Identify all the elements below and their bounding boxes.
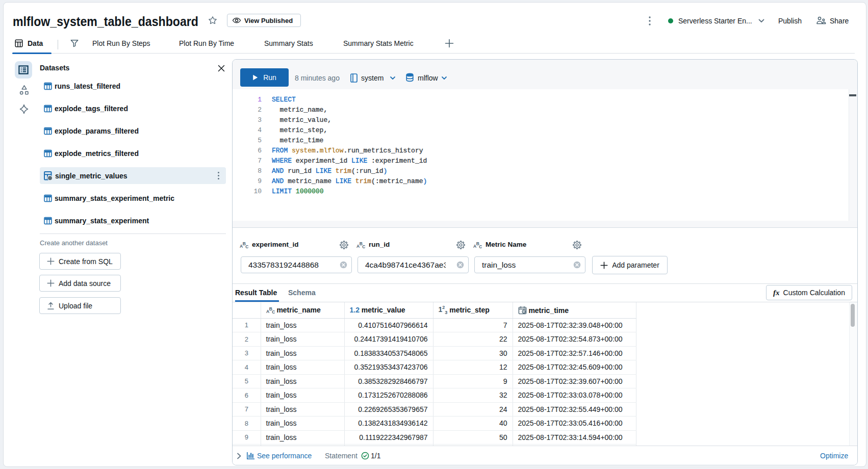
svg-text:C: C xyxy=(272,309,275,314)
svg-text:C: C xyxy=(479,244,482,248)
svg-text:C: C xyxy=(245,244,248,248)
svg-text:C: C xyxy=(362,244,365,248)
